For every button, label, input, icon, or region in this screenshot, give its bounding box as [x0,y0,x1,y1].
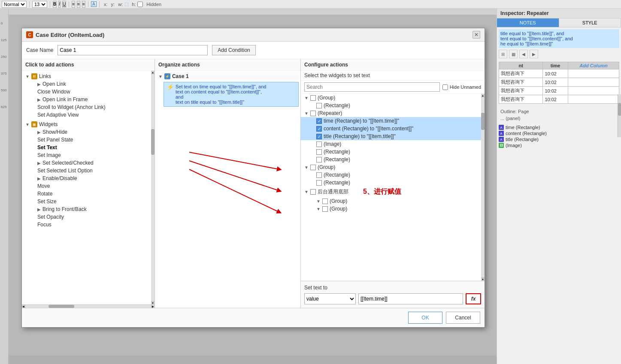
dialog-close-button[interactable]: ✕ [473,31,480,39]
tree-item-scroll-widget[interactable]: Scroll to Widget (Anchor Link) [22,103,151,111]
widget-group-3[interactable]: ▼ (Group) [301,197,481,205]
prev-icon[interactable]: ◀ [519,50,528,58]
tree-item-set-size[interactable]: Set Size [22,198,151,205]
scroll-down-right[interactable]: ▼ [481,277,485,281]
tree-item-close-window[interactable]: Close Window [22,88,151,96]
grid2-icon[interactable]: ▦ [509,50,518,58]
search-input[interactable] [304,82,440,92]
tree-item-set-selected[interactable]: ▶ Set Selected/Checked [22,159,151,167]
rotate-label: Rotate [37,191,52,197]
bold-btn[interactable]: B [53,1,57,8]
widget-rect-2[interactable]: (Rectangle) [301,148,481,156]
right-panel: Inspector: Repeater NOTES STYLE title eq… [497,9,621,364]
underline-btn[interactable]: U [62,1,66,8]
rect1-checkbox[interactable] [316,103,322,108]
inspector-tab-notes[interactable]: NOTES [497,18,559,27]
style-select[interactable]: Normal [2,1,27,8]
rect3-checkbox[interactable] [316,157,322,162]
next-icon[interactable]: ▶ [530,50,538,58]
left-col-hscrollbar[interactable]: ◀ ▶ [22,304,154,308]
ok-button[interactable]: OK [408,312,442,324]
col-add[interactable]: Add Column [568,62,619,69]
left-col-scrollbar[interactable]: ▲ ▼ [151,71,154,304]
italic-btn[interactable]: I [58,1,61,8]
add-condition-button[interactable]: Add Condition [212,45,255,55]
widget-group-1[interactable]: ▼ (Group) [301,94,481,102]
group1-checkbox[interactable] [310,95,316,101]
outline-image-icon: 🖼 [499,143,504,148]
group4-checkbox[interactable] [322,206,328,212]
action-item-set-text[interactable]: ⚡ Set text on time equal to "[[Item.time… [164,82,299,107]
widget-rect-3[interactable]: (Rectangle) [301,156,481,163]
tree-item-adaptive-view[interactable]: Set Adaptive View [22,111,151,119]
time-checkbox[interactable]: ✓ [316,118,322,124]
tree-widgets-group[interactable]: ▼ ▦ Widgets [22,120,151,128]
widget-content-rect[interactable]: ✓ content (Rectangle) to "[[Item.content… [301,125,481,132]
dialog-icon: C [26,31,33,38]
widget-image-1[interactable]: (Image) [301,140,481,148]
tree-item-rotate[interactable]: Rotate [22,190,151,198]
content-checkbox[interactable]: ✓ [316,126,322,132]
scroll-left-left[interactable]: ◀ [22,305,25,308]
tree-item-bring-front-back[interactable]: ▶ Bring to Front/Back [22,205,151,213]
align-left-btn[interactable]: ≡ [72,1,75,8]
cancel-button[interactable]: Cancel [446,312,480,324]
tree-item-set-panel-state[interactable]: Set Panel State [22,136,151,144]
widgets-icon: ▦ [31,121,37,127]
fx-button[interactable]: fx [466,293,481,304]
hidden-checkbox[interactable] [137,1,143,8]
grid-icon[interactable]: ⊞ [499,50,507,58]
tree-item-set-image[interactable]: Set Image [22,151,151,159]
group3-checkbox[interactable] [322,199,328,204]
title-checkbox[interactable]: ✓ [316,134,322,139]
right-panel-scrollbar[interactable] [618,94,621,137]
backend-checkbox[interactable] [310,189,316,195]
widget-tree-scrollbar[interactable]: ▲ ▼ [481,94,485,281]
dialog-footer: OK Cancel [22,308,485,327]
widget-title-rect[interactable]: ✓ title (Rectangle) to "[[Item.title]]" [301,132,481,140]
inspector-header: Inspector: Repeater [497,9,621,18]
set-text-value-input[interactable] [358,293,463,304]
rect2-checkbox[interactable] [316,149,322,155]
align-center-btn[interactable]: ≡ [77,1,80,8]
set-text-type-select[interactable]: value [304,293,356,304]
tree-links-group[interactable]: ▼ ⛓ Links [22,72,151,80]
scroll-down-left[interactable]: ▼ [151,301,154,304]
scroll-right-left[interactable]: ▶ [151,305,154,308]
tree-item-set-opacity[interactable]: Set Opacity [22,213,151,221]
tree-item-show-hide[interactable]: ▶ Show/Hide [22,128,151,136]
inspector-tab-style[interactable]: STYLE [559,18,621,27]
ruler-vertical: 0 125 250 375 500 625 [0,9,9,364]
widget-repeater[interactable]: ▼ (Repeater) [301,109,481,117]
time-rect-label: time (Rectangle) to "[[Item.time]]" [324,118,399,124]
scroll-up-right[interactable]: ▲ [481,94,485,97]
tree-item-open-link[interactable]: ▶ Open Link [22,80,151,88]
tree-item-set-list-option[interactable]: Set Selected List Option [22,167,151,174]
widget-rect-1[interactable]: (Rectangle) [301,102,481,109]
tree-item-move[interactable]: Move [22,182,151,190]
tree-item-enable-disable[interactable]: ▶ Enable/Disable [22,174,151,182]
widget-group-2[interactable]: ▼ (Group) [301,163,481,171]
tree-item-focus[interactable]: Focus [22,221,151,229]
widget-group-4[interactable]: ▼ (Group) [301,205,481,213]
widget-rect-5[interactable]: (Rectangle) [301,179,481,187]
repeater-checkbox[interactable] [310,111,316,116]
scroll-up-left[interactable]: ▲ [151,71,154,74]
align-right-btn[interactable]: ≡ [82,1,85,8]
rect5-checkbox[interactable] [316,180,322,186]
tree-item-set-text[interactable]: Set Text [22,144,151,151]
font-size-select[interactable]: 13 [32,1,47,8]
cell-nt-2: 我想咨询下 [499,78,543,87]
tree-item-open-link-frame[interactable]: ▶ Open Link in Frame [22,96,151,103]
widget-rect-4[interactable]: (Rectangle) [301,171,481,179]
hide-unnamed-checkbox[interactable] [442,84,448,90]
widget-time-rect[interactable]: ✓ time (Rectangle) to "[[Item.time]]" [301,117,481,125]
set-text-panel: Set text to value fx [301,281,485,308]
widget-backend-group[interactable]: ▼ 后台通用底部 5、进行赋值 [301,187,481,197]
rect4-checkbox[interactable] [316,172,322,178]
image1-checkbox[interactable] [316,141,322,147]
group2-checkbox[interactable] [310,165,316,170]
case-name-input[interactable] [58,45,208,55]
rect1-label: (Rectangle) [324,102,350,108]
text-color-btn[interactable]: A [91,1,97,7]
